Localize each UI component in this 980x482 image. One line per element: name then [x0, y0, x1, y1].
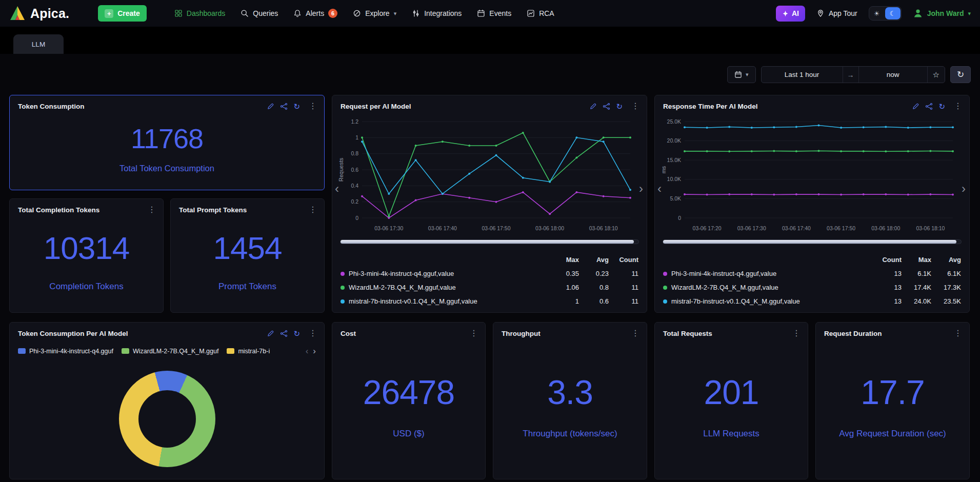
kebab-menu-icon[interactable]: ⋮ — [309, 102, 317, 110]
series-name: mistral-7b-instruct-v0.1.Q4_K_M.gguf,val… — [341, 297, 546, 305]
kebab-menu-icon[interactable]: ⋮ — [470, 329, 478, 337]
svg-text:5.0K: 5.0K — [670, 195, 681, 202]
kebab-menu-icon[interactable]: ⋮ — [954, 102, 962, 110]
edit-icon[interactable] — [267, 103, 274, 110]
calendar-icon — [734, 71, 742, 78]
chart-scroll-left-icon[interactable]: ‹ — [335, 183, 339, 195]
nav-alerts[interactable]: Alerts 6 — [293, 9, 337, 18]
legend-swatch — [227, 348, 234, 354]
theme-toggle[interactable]: ☀ ☾ — [869, 6, 902, 21]
legend-pager: ‹ › — [306, 347, 316, 355]
chevron-down-icon: ▾ — [394, 10, 397, 17]
nav-events[interactable]: Events — [477, 9, 511, 17]
refresh-dashboard-button[interactable]: ↻ — [950, 66, 971, 83]
legend-page-left-icon[interactable]: ‹ — [306, 347, 309, 355]
range-from-field[interactable]: Last 1 hour — [762, 67, 843, 83]
kebab-menu-icon[interactable]: ⋮ — [792, 329, 801, 337]
share-icon[interactable] — [280, 103, 288, 110]
series-stat: 0.6 — [579, 297, 609, 305]
legend-chip[interactable]: WizardLM-2-7B.Q4_K_M.gguf — [122, 348, 218, 355]
chart-scroll-right-icon[interactable]: › — [962, 183, 966, 195]
series-name: Phi-3-mini-4k-instruct-q4.gguf,value — [341, 270, 546, 277]
series-stat: 24.0K — [902, 297, 931, 305]
share-icon[interactable] — [925, 103, 933, 110]
share-icon[interactable] — [280, 330, 288, 337]
range-arrow-icon: → — [843, 67, 858, 83]
panel-completion-tokens: Total Completion Tokens ⋮ 10314 Completi… — [9, 198, 164, 313]
nav-integrations[interactable]: Integrations — [412, 9, 462, 17]
requests-line-chart: 00.20.40.60.811.203-06 17:3003-06 17:400… — [336, 113, 636, 235]
kebab-menu-icon[interactable]: ⋮ — [309, 206, 317, 214]
nav-label: Dashboards — [187, 9, 226, 17]
edit-icon[interactable] — [912, 103, 919, 110]
series-stat: 11 — [609, 284, 638, 291]
nav-explore[interactable]: Explore ▾ — [353, 9, 396, 17]
brand[interactable]: Apica. — [9, 5, 69, 22]
refresh-icon[interactable]: ↻ — [616, 103, 623, 110]
chart-scroll-left-icon[interactable]: ‹ — [657, 183, 662, 195]
panel-prompt-tokens: Total Prompt Tokens ⋮ 1454 Prompt Tokens — [170, 198, 325, 313]
calendar-icon — [477, 9, 485, 17]
share-icon[interactable] — [603, 103, 610, 110]
series-stat: 17.3K — [931, 284, 961, 291]
legend-page-right-icon[interactable]: › — [313, 347, 316, 355]
series-stat: 1.06 — [546, 284, 579, 291]
chart-scrollbar[interactable] — [663, 239, 962, 244]
legend-row[interactable]: mistral-7b-instruct-v0.1.Q4_K_M.gguf,val… — [341, 294, 638, 308]
stat-value: 26478 — [363, 375, 455, 409]
panel-title: Request Duration — [824, 330, 951, 337]
legend-swatch — [18, 348, 26, 354]
refresh-icon[interactable]: ↻ — [938, 103, 945, 110]
legend-chip[interactable]: mistral-7b-i — [227, 348, 270, 355]
ai-button[interactable]: AI — [776, 6, 805, 22]
refresh-icon[interactable]: ↻ — [293, 103, 300, 110]
edit-icon[interactable] — [267, 330, 274, 337]
avatar — [913, 8, 923, 18]
stat-label: Throughput (tokens/sec) — [523, 429, 617, 439]
user-menu[interactable]: John Ward ▾ — [913, 8, 971, 18]
series-stat: 0.35 — [546, 270, 579, 277]
legend-row[interactable]: Phi-3-mini-4k-instruct-q4.gguf,value136.… — [663, 267, 961, 280]
stat-value: 201 — [704, 375, 758, 409]
panel-cost: Cost ⋮ 26478 USD ($) — [332, 322, 486, 479]
stat-value: 1454 — [213, 232, 282, 264]
kebab-menu-icon[interactable]: ⋮ — [631, 329, 639, 337]
nav-queries[interactable]: Queries — [241, 9, 278, 17]
legend-chip[interactable]: Phi-3-mini-4k-instruct-q4.gguf — [18, 348, 113, 355]
calendar-picker-button[interactable]: ▾ — [727, 66, 756, 83]
legend-header: MaxAvgCount — [341, 253, 638, 267]
range-to-field[interactable]: now — [858, 67, 927, 83]
legend-row[interactable]: WizardLM-2-7B.Q4_K_M.gguf,value1.060.811 — [341, 280, 638, 294]
favorite-star-icon[interactable]: ☆ — [927, 67, 945, 83]
series-stat: 6.1K — [902, 270, 931, 277]
series-stat: 17.4K — [902, 284, 931, 291]
kebab-menu-icon[interactable]: ⋮ — [954, 329, 962, 337]
tab-llm[interactable]: LLM — [13, 34, 64, 54]
refresh-icon[interactable]: ↻ — [293, 330, 300, 337]
moon-icon: ☾ — [885, 7, 901, 19]
donut-chart-area — [10, 358, 324, 479]
legend-swatch — [122, 348, 129, 354]
scrollbar-thumb[interactable] — [341, 240, 634, 244]
app-tour-button[interactable]: App Tour — [816, 9, 857, 17]
kebab-menu-icon[interactable]: ⋮ — [148, 206, 156, 214]
nav-dashboards[interactable]: Dashboards — [174, 9, 226, 17]
create-button[interactable]: + Create — [98, 5, 147, 22]
user-name: John Ward — [927, 9, 964, 17]
alerts-count-badge: 6 — [328, 9, 337, 18]
chart-legend-table: CountMaxAvgPhi-3-mini-4k-instruct-q4.ggu… — [655, 251, 969, 312]
chart-scrollbar[interactable] — [340, 239, 639, 244]
svg-text:03-06 17:40: 03-06 17:40 — [782, 225, 811, 231]
legend-row[interactable]: WizardLM-2-7B.Q4_K_M.gguf,value1317.4K17… — [663, 280, 961, 294]
nav-rca[interactable]: RCA — [527, 9, 554, 17]
legend-row[interactable]: Phi-3-mini-4k-instruct-q4.gguf,value0.35… — [341, 267, 638, 280]
kebab-menu-icon[interactable]: ⋮ — [631, 102, 639, 110]
kebab-menu-icon[interactable]: ⋮ — [309, 329, 317, 337]
panel-requests-per-model: Request per AI Model ↻ ⋮ 00.20.40.60.811… — [332, 95, 647, 313]
chart-scroll-right-icon[interactable]: › — [639, 183, 643, 195]
series-color-dot — [341, 299, 345, 304]
edit-icon[interactable] — [589, 103, 597, 110]
series-name: mistral-7b-instruct-v0.1.Q4_K_M.gguf,val… — [663, 297, 869, 305]
legend-row[interactable]: mistral-7b-instruct-v0.1.Q4_K_M.gguf,val… — [663, 294, 961, 308]
scrollbar-thumb[interactable] — [663, 240, 956, 244]
